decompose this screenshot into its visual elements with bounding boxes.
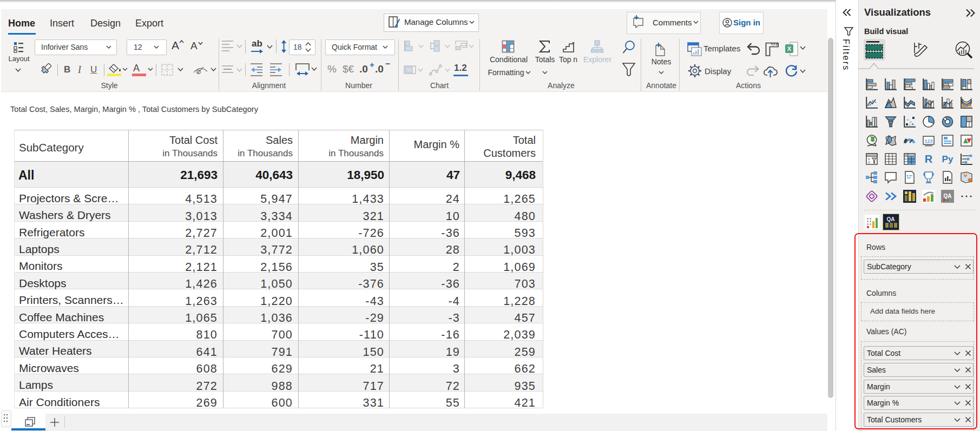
- svg-text:X: X: [787, 45, 792, 52]
- svg-text:QA: QA: [887, 216, 895, 222]
- svg-text:Py: Py: [942, 154, 953, 164]
- svg-text:QA: QA: [944, 193, 952, 199]
- svg-text:123: 123: [924, 138, 932, 144]
- svg-text:R: R: [925, 153, 933, 165]
